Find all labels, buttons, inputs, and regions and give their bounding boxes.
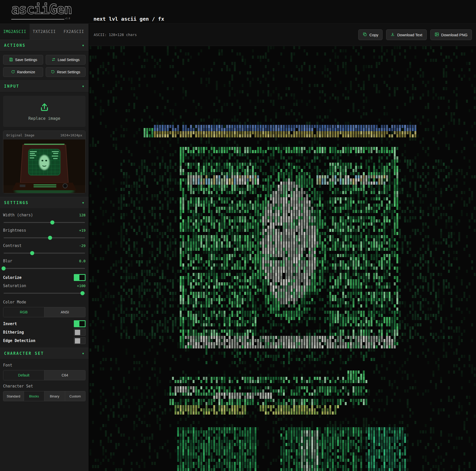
- download-text-button[interactable]: Download Text: [386, 29, 426, 40]
- color-mode-segmented: RGB ANSI: [3, 307, 86, 317]
- font-segmented: Default C64: [3, 370, 86, 380]
- width-chars-label: Width (chars): [3, 213, 33, 217]
- input-section-header[interactable]: INPUT ▼: [0, 80, 89, 92]
- copy-button[interactable]: Copy: [358, 29, 383, 40]
- main-toolbar: ASCII: 128×128 chars Copy Download Text …: [89, 24, 476, 46]
- brightness-value: +19: [79, 228, 86, 232]
- ascii-art-canvas[interactable]: [89, 46, 476, 471]
- charset-blocks-option[interactable]: Blocks: [24, 391, 44, 401]
- randomize-label: Randomize: [17, 70, 35, 74]
- mode-tabbar: IMG2ASCII TXT2ASCII FX2ASCII: [0, 24, 89, 40]
- copy-label: Copy: [369, 33, 378, 37]
- chevron-down-icon: ▼: [82, 201, 85, 204]
- download-text-label: Download Text: [397, 33, 422, 37]
- settings-section-body: Width (chars) 128 Brightness +19 Contras…: [0, 209, 89, 348]
- charset-custom-option[interactable]: Custom: [65, 391, 86, 401]
- invert-toggle[interactable]: [74, 320, 86, 327]
- contrast-value: -29: [79, 244, 86, 248]
- actions-section-body: Save Settings Load Settings Randomize Re…: [0, 51, 89, 80]
- font-c64-option[interactable]: C64: [44, 370, 85, 380]
- refresh-icon: [51, 70, 55, 75]
- dithering-toggle[interactable]: [74, 329, 86, 336]
- actions-section-header[interactable]: ACTIONS ▼: [0, 40, 89, 51]
- input-section-title: INPUT: [4, 84, 19, 89]
- app-header: asciiGen v1.0 next lvl ascii gen / fx: [0, 0, 476, 24]
- load-settings-label: Load Settings: [58, 58, 80, 62]
- refresh-icon: [11, 70, 15, 75]
- slider-thumb[interactable]: [80, 291, 85, 295]
- ascii-art-output[interactable]: [89, 46, 476, 471]
- brightness-label: Brightness: [3, 228, 26, 233]
- sidebar: IMG2ASCII TXT2ASCII FX2ASCII ACTIONS ▼ S…: [0, 24, 89, 471]
- invert-label: Invert: [3, 322, 17, 326]
- original-image-size: 1024×1024px: [60, 133, 82, 137]
- tab-fx2ascii[interactable]: FX2ASCII: [59, 24, 89, 40]
- colorize-label: Colorize: [3, 275, 21, 280]
- toggle-knob: [75, 338, 80, 344]
- save-settings-label: Save Settings: [15, 58, 37, 62]
- actions-section-title: ACTIONS: [4, 43, 26, 48]
- settings-section-header[interactable]: SETTINGS ▼: [0, 197, 89, 209]
- font-label: Font: [3, 363, 12, 368]
- brightness-slider[interactable]: [4, 236, 85, 240]
- app-tagline: next lvl ascii gen / fx: [93, 16, 164, 22]
- sliders-icon: [52, 57, 56, 62]
- logo-text: asciiGen: [11, 2, 70, 17]
- original-image-card: Original Image 1024×1024px: [3, 131, 86, 193]
- app-logo: asciiGen v1.0: [11, 2, 70, 20]
- image-icon: [435, 32, 439, 37]
- blur-slider[interactable]: [4, 266, 85, 270]
- logo-underline: v1.0: [11, 17, 70, 20]
- color-mode-rgb-option[interactable]: RGB: [3, 307, 44, 317]
- original-image-title: Original Image: [6, 133, 34, 137]
- download-png-label: Download PNG: [441, 33, 468, 37]
- load-settings-button[interactable]: Load Settings: [46, 55, 86, 65]
- chevron-down-icon: ▼: [82, 44, 85, 47]
- character-set-section-body: Font Default C64 Character Set Standard …: [0, 359, 89, 405]
- logo-bar: [11, 19, 64, 20]
- width-chars-slider[interactable]: [4, 220, 85, 225]
- copy-icon: [363, 32, 367, 37]
- replace-image-label: Replace image: [28, 116, 60, 121]
- replace-image-dropzone[interactable]: Replace image: [3, 96, 86, 127]
- character-set-section-title: CHARACTER SET: [4, 351, 44, 356]
- randomize-button[interactable]: Randomize: [3, 67, 43, 77]
- original-image-preview: [3, 139, 85, 193]
- edge-detection-toggle[interactable]: [74, 337, 86, 344]
- charset-standard-option[interactable]: Standard: [3, 391, 24, 401]
- tab-img2ascii[interactable]: IMG2ASCII: [0, 24, 30, 40]
- input-section-body: Replace image Original Image 1024×1024px: [0, 92, 89, 197]
- contrast-slider[interactable]: [4, 251, 85, 255]
- character-set-section-header[interactable]: CHARACTER SET ▼: [0, 348, 89, 359]
- ascii-dimensions-info: ASCII: 128×128 chars: [94, 33, 137, 37]
- saturation-label: Saturation: [3, 284, 26, 288]
- color-mode-label: Color Mode: [3, 300, 26, 304]
- download-png-button[interactable]: Download PNG: [430, 29, 472, 40]
- font-default-option[interactable]: Default: [3, 370, 44, 380]
- logo-version-label: v1.0: [65, 17, 70, 20]
- colorize-toggle[interactable]: [74, 274, 86, 281]
- contrast-label: Contrast: [3, 243, 21, 248]
- dithering-label: Dithering: [3, 330, 24, 335]
- chevron-down-icon: ▼: [82, 352, 85, 355]
- toggle-knob: [79, 275, 85, 280]
- save-settings-button[interactable]: Save Settings: [3, 55, 43, 65]
- slider-thumb[interactable]: [48, 236, 52, 240]
- color-mode-ansi-option[interactable]: ANSI: [44, 307, 85, 317]
- edge-detection-label: Edge Detection: [3, 338, 35, 343]
- slider-thumb[interactable]: [2, 266, 6, 270]
- chevron-down-icon: ▼: [82, 85, 85, 88]
- upload-icon: [39, 102, 50, 113]
- toggle-knob: [75, 330, 80, 335]
- slider-thumb[interactable]: [50, 220, 54, 225]
- reset-settings-button[interactable]: Reset Settings: [46, 67, 86, 77]
- saturation-slider[interactable]: [4, 291, 85, 295]
- slider-thumb[interactable]: [30, 251, 34, 255]
- settings-section-title: SETTINGS: [4, 201, 29, 205]
- tab-txt2ascii[interactable]: TXT2ASCII: [30, 24, 59, 40]
- blur-value: 0.0: [79, 259, 86, 263]
- blur-label: Blur: [3, 259, 12, 263]
- save-icon: [9, 57, 13, 62]
- charset-binary-option[interactable]: Binary: [44, 391, 65, 401]
- toggle-knob: [79, 321, 85, 326]
